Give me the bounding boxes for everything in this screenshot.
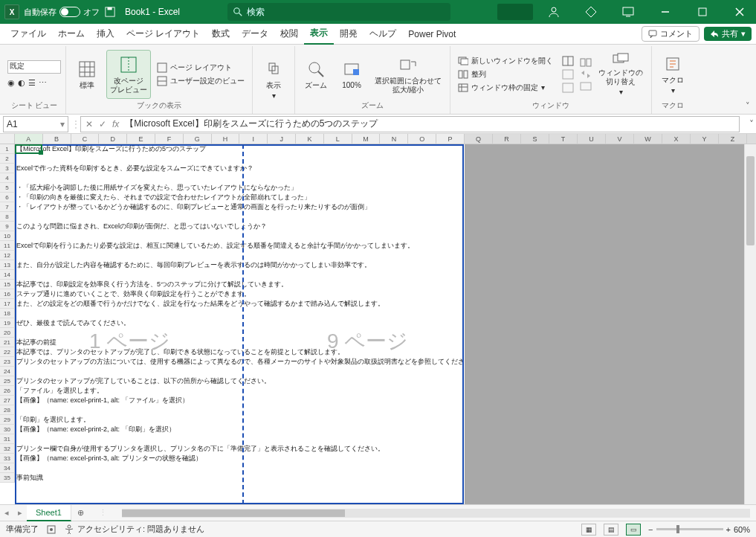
row-31[interactable]: 31 [0,434,465,444]
sheetview-options-icon[interactable]: ⋯ [39,78,47,88]
row-header-10[interactable]: 10 [0,231,15,241]
col-header-J[interactable]: J [268,134,296,144]
reset-window-icon[interactable] [580,82,592,91]
row-header-9[interactable]: 9 [0,222,15,231]
row-header-7[interactable]: 7 [0,202,15,212]
row-28[interactable]: 28 [0,405,465,415]
sync-scroll-icon[interactable] [580,70,592,79]
row-header-12[interactable]: 12 [0,251,15,260]
menu-tab-校閲[interactable]: 校閲 [274,24,304,45]
zoom-in[interactable]: + [726,525,731,534]
hide-icon[interactable] [562,69,574,80]
cell-A3[interactable]: Excelで作った資料を印刷するとき、必要な設定をスムーズにできていますか？ [15,164,465,173]
cell-A31[interactable] [15,434,465,444]
menu-tab-データ[interactable]: データ [236,24,274,45]
collapse-ribbon-icon[interactable]: ˅ [743,98,753,114]
cell-A18[interactable] [15,309,465,318]
row-header-4[interactable]: 4 [0,173,15,183]
minimize-button[interactable] [649,0,682,24]
menu-tab-ファイル[interactable]: ファイル [4,24,52,45]
cell-A8[interactable] [15,212,465,222]
row-header-3[interactable]: 3 [0,164,15,173]
col-header-Q[interactable]: Q [465,134,493,144]
col-header-Y[interactable]: Y [691,134,719,144]
sheet-nav-prev[interactable]: ◂ [0,508,13,518]
row-15[interactable]: 15本記事では、印刷設定を効率良く行う方法を、5つのステップに分けて解説していき… [0,280,465,289]
col-header-P[interactable]: P [436,134,465,144]
cell-A22[interactable]: 本記事では、プリンタのセットアップが完了し、印刷できる状態になっていることを前提… [15,347,465,357]
cancel-formula-icon[interactable]: ✕ [85,119,93,129]
zoom-slider[interactable] [656,528,723,530]
row-header-28[interactable]: 28 [0,405,15,415]
cell-A1[interactable]: 【Microsoft Excel】印刷をスムーズに行うための5つのステップ [15,144,465,154]
sheet-tab-1[interactable]: Sheet1 [27,505,71,521]
col-header-L[interactable]: L [324,134,352,144]
sheetview-new-icon[interactable]: ☰ [28,78,36,88]
col-header-W[interactable]: W [634,134,662,144]
macro-button[interactable]: マクロ▾ [656,50,689,99]
arrange-button[interactable]: 整列 [455,68,556,80]
cell-A9[interactable]: このような問題に悩まされ、Excelの印刷が面倒だ、と思ってはいないでしょうか？ [15,222,465,231]
row-35[interactable]: 35事前知識 [0,473,465,483]
maximize-button[interactable] [686,0,719,24]
row-header-25[interactable]: 25 [0,376,15,386]
col-header-N[interactable]: N [380,134,408,144]
cell-A29[interactable]: 「印刷」を選択します。 [15,415,465,425]
cell-A2[interactable] [15,154,465,164]
row-33[interactable]: 33【画像】（name: excel-print-3, alt: プリンターの状… [0,454,465,463]
row-20[interactable]: 20 [0,328,465,338]
autosave-toggle[interactable]: 自動保存 オフ [24,7,100,18]
row-header-13[interactable]: 13 [0,260,15,270]
cell-A26[interactable]: 「ファイル」を選択します。 [15,386,465,396]
cell-A14[interactable] [15,270,465,280]
row-header-5[interactable]: 5 [0,183,15,193]
row-header-26[interactable]: 26 [0,386,15,396]
share-button[interactable]: 共有 ▾ [704,27,752,41]
row-19[interactable]: 19ぜひ、最後まで読んでみてください。 [0,318,465,328]
cell-A35[interactable]: 事前知識 [15,473,465,483]
cell-A17[interactable]: また、どの設定をどの順番で行うかだけでなく、設定を行なった結果をどうやって確認す… [15,299,465,309]
col-header-A[interactable]: A [15,134,43,144]
cell-A24[interactable] [15,367,465,376]
row-6[interactable]: 6・「印刷の向きを最後に変えたら、それまでの設定で合わせたレイアウトが全部崩れて… [0,193,465,202]
row-2[interactable]: 2 [0,154,465,164]
fx-icon[interactable]: fx [112,119,119,129]
view-side-by-side-icon[interactable] [580,58,592,67]
menu-tab-ホーム[interactable]: ホーム [52,24,91,45]
menu-tab-ページ レイアウト[interactable]: ページ レイアウト [120,24,206,45]
row-header-34[interactable]: 34 [0,463,15,473]
row-header-20[interactable]: 20 [0,328,15,338]
row-header-22[interactable]: 22 [0,347,15,357]
sheetview-exit-icon[interactable]: ◉ [7,78,15,88]
row-header-24[interactable]: 24 [0,367,15,376]
vertical-scrollbar[interactable] [744,144,756,504]
row-13[interactable]: 13また、自分が設定した内容を確認するために、毎回印刷プレビューを表示するのは時… [0,260,465,270]
cell-A32[interactable]: プリンター欄で自身が使用するプリンタを選択し、プリンタ名の下に「準備完了」と表示… [15,444,465,454]
account-badge[interactable] [497,4,533,20]
zoom-out[interactable]: − [648,525,653,534]
col-header-M[interactable]: M [352,134,381,144]
custom-view-button[interactable]: ユーザー設定のビュー [154,75,248,87]
cell-A19[interactable]: ぜひ、最後まで読んでみてください。 [15,318,465,328]
col-header-T[interactable]: T [549,134,578,144]
cell-A25[interactable]: プリンタのセットアップが完了していることは、以下の箇所から確認してください。 [15,376,465,386]
enter-formula-icon[interactable]: ✓ [99,119,106,129]
row-32[interactable]: 32プリンター欄で自身が使用するプリンタを選択し、プリンタ名の下に「準備完了」と… [0,444,465,454]
col-header-F[interactable]: F [155,134,184,144]
row-header-6[interactable]: 6 [0,193,15,202]
cell-A11[interactable]: Excelで印刷を行うにあたり必要な設定は、相互に関連しているため、設定する順番… [15,241,465,251]
row-header-17[interactable]: 17 [0,299,15,309]
row-17[interactable]: 17また、どの設定をどの順番で行うかだけでなく、設定を行なった結果をどうやって確… [0,299,465,309]
row-27[interactable]: 27【画像】（name: excel-print-1, alt: 「ファイル」を… [0,396,465,405]
cell-A34[interactable] [15,463,465,473]
row-header-30[interactable]: 30 [0,425,15,434]
col-header-R[interactable]: R [493,134,521,144]
record-macro-icon[interactable] [46,524,56,535]
col-header-C[interactable]: C [71,134,100,144]
freeze-panes-button[interactable]: ウィンドウ枠の固定 ▾ [455,82,556,94]
row-29[interactable]: 29「印刷」を選択します。 [0,415,465,425]
cell-A23[interactable]: プリンタのセットアップの方法については、使用する機器によって異なるので、各種メー… [15,357,465,367]
normal-view-status[interactable]: ▦ [581,524,596,536]
row-header-18[interactable]: 18 [0,309,15,318]
cell-A4[interactable] [15,173,465,183]
